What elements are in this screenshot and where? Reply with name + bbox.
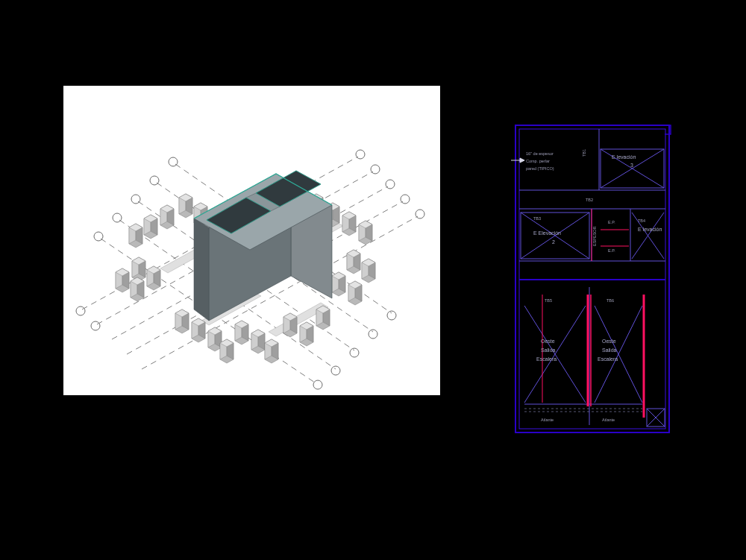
lower-labels: TB5 TB6 Oeste Salida Escalera Oeste Sali…: [536, 298, 618, 422]
upper-accents: [592, 209, 629, 261]
label-atlante-r: Atlante: [602, 418, 615, 422]
label-atlante-l: Atlante: [541, 418, 554, 422]
core-box: [194, 171, 332, 321]
label-tb2: TB2: [586, 198, 593, 202]
label-tb1: TB1: [582, 149, 586, 157]
label-espesor: 16" de espesor: [526, 151, 554, 156]
label-escalera-l: Escalera: [536, 356, 557, 362]
label-elev-3a: E levación: [612, 154, 636, 160]
label-componente: Comp. perlar: [526, 159, 550, 163]
figure-stage: 16" de espesor Comp. perlar pared (TIPIC…: [0, 0, 746, 560]
lower-section: TB5 TB6 Oeste Salida Escalera Oeste Sali…: [524, 287, 665, 427]
iso-3d-drawing: [63, 86, 440, 395]
label-elev-1a: E levación: [638, 227, 662, 232]
upper-labels: 16" de espesor Comp. perlar pared (TIPIC…: [526, 149, 662, 253]
label-elev-2b: 2: [552, 239, 555, 245]
label-tb6: TB6: [606, 298, 614, 303]
plan-sheet-panel: 16" de espesor Comp. perlar pared (TIPIC…: [511, 119, 675, 440]
magenta-markers: [542, 295, 644, 418]
label-vert-espesor: ESPESOR: [592, 226, 597, 246]
label-oeste-r: Oeste: [602, 339, 616, 344]
label-oeste-l: Oeste: [541, 339, 555, 344]
label-esp1: E.P.: [608, 220, 615, 224]
svg-marker-30: [520, 158, 524, 163]
leader-arrow: [511, 158, 524, 163]
label-elev-3b: 3: [630, 163, 633, 168]
label-tb4: TB4: [638, 218, 645, 223]
label-pared: pared (TIPICO): [526, 166, 554, 171]
label-salida-r: Salida: [602, 347, 617, 353]
label-elev-2a: E Elevación: [533, 230, 561, 236]
label-tb5: TB5: [545, 298, 552, 303]
svg-marker-21: [194, 218, 209, 321]
label-salida-l: Salida: [541, 347, 556, 353]
label-tb3: TB3: [533, 216, 541, 221]
plan-sheet-drawing: 16" de espesor Comp. perlar pared (TIPIC…: [511, 119, 675, 440]
label-esp2: E.P.: [608, 248, 615, 253]
iso-3d-panel: [63, 86, 440, 395]
label-escalera-r: Escalera: [598, 356, 618, 362]
